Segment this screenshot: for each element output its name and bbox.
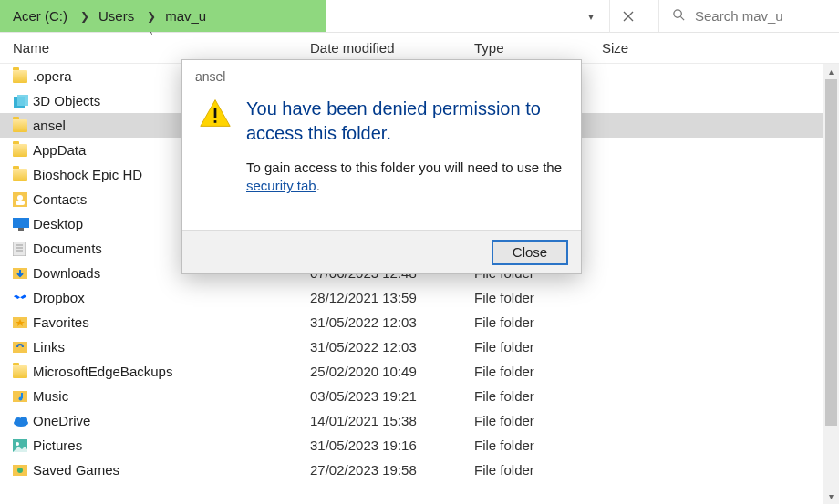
file-name: Links — [33, 339, 310, 355]
breadcrumb-segment[interactable]: mav_u — [160, 0, 215, 32]
svg-rect-28 — [214, 108, 217, 118]
file-icon — [13, 340, 33, 355]
dialog-footer: Close — [182, 230, 581, 273]
file-date: 31/05/2023 19:16 — [310, 437, 474, 453]
svg-rect-7 — [13, 218, 29, 228]
svg-rect-8 — [18, 228, 24, 231]
search-input[interactable]: Search mav_u — [658, 0, 839, 32]
search-icon — [672, 8, 686, 25]
file-icon — [13, 415, 33, 427]
file-icon — [13, 144, 33, 157]
file-icon — [13, 389, 33, 404]
file-row[interactable]: Dropbox28/12/2021 13:59File folder — [0, 285, 839, 310]
dialog-heading: You have been denied permission to acces… — [246, 97, 565, 146]
svg-rect-17 — [13, 342, 27, 353]
file-type: File folder — [474, 339, 602, 355]
column-header-date[interactable]: Date modified — [310, 40, 474, 56]
file-type: File folder — [474, 462, 602, 478]
file-icon — [13, 70, 33, 83]
svg-point-24 — [16, 442, 19, 446]
svg-point-19 — [19, 396, 23, 400]
svg-point-22 — [20, 417, 27, 424]
file-name: OneDrive — [33, 413, 310, 428]
warning-icon — [199, 97, 232, 196]
file-icon — [13, 439, 33, 452]
svg-rect-6 — [16, 201, 25, 205]
column-header-name[interactable]: Name — [13, 40, 310, 56]
vertical-scrollbar[interactable]: ▴ ▾ — [823, 64, 839, 504]
sort-indicator-icon: ˄ — [149, 31, 153, 41]
breadcrumb-segment[interactable]: Users — [93, 0, 143, 32]
file-date: 31/05/2022 12:03 — [310, 314, 474, 330]
svg-point-26 — [17, 468, 23, 473]
file-type: File folder — [474, 314, 602, 330]
chevron-right-icon: ❯ — [77, 0, 93, 32]
file-row[interactable]: Saved Games27/02/2023 19:58File folder — [0, 458, 839, 482]
file-date: 25/02/2020 10:49 — [310, 364, 474, 379]
file-icon — [13, 291, 33, 305]
file-row[interactable]: MicrosoftEdgeBackups25/02/2020 10:49File… — [0, 359, 839, 384]
column-header-size[interactable]: Size — [602, 40, 720, 56]
svg-rect-3 — [17, 95, 28, 106]
svg-rect-29 — [214, 120, 217, 123]
breadcrumb-segment[interactable]: Acer (C:) — [7, 0, 77, 32]
file-date: 14/01/2021 15:38 — [310, 413, 474, 428]
file-date: 31/05/2022 12:03 — [310, 339, 474, 355]
file-icon — [13, 119, 33, 132]
file-type: File folder — [474, 437, 602, 453]
file-name: Dropbox — [33, 290, 310, 305]
address-bar: Acer (C:) ❯ Users ❯ mav_u ▾ Search mav_u — [0, 0, 839, 33]
file-icon — [13, 365, 33, 378]
svg-rect-9 — [13, 242, 26, 256]
dialog-message: To gain access to this folder you will n… — [246, 159, 565, 196]
file-name: Music — [33, 388, 310, 404]
chevron-right-icon: ❯ — [143, 0, 160, 32]
permission-denied-dialog: ansel You have been denied permission to… — [181, 59, 582, 274]
scroll-up-button[interactable]: ▴ — [823, 64, 839, 79]
file-icon — [13, 242, 33, 256]
file-type: File folder — [474, 413, 602, 428]
svg-point-0 — [674, 9, 681, 16]
file-type: File folder — [474, 290, 602, 305]
file-date: 03/05/2023 19:21 — [310, 388, 474, 404]
file-type: File folder — [474, 388, 602, 404]
search-placeholder: Search mav_u — [695, 8, 783, 24]
file-icon — [13, 315, 33, 330]
file-name: Saved Games — [33, 462, 310, 478]
security-tab-link[interactable]: security tab — [246, 178, 316, 193]
file-date: 28/12/2021 13:59 — [310, 290, 474, 305]
breadcrumb[interactable]: Acer (C:) ❯ Users ❯ mav_u — [0, 0, 326, 32]
scroll-thumb[interactable] — [825, 79, 837, 426]
file-row[interactable]: Links31/05/2022 12:03File folder — [0, 334, 839, 359]
file-icon — [13, 266, 33, 281]
file-date: 27/02/2023 19:58 — [310, 462, 474, 478]
file-icon — [13, 192, 33, 207]
svg-rect-14 — [13, 291, 27, 305]
file-icon — [13, 169, 33, 181]
refresh-or-clear-button[interactable] — [609, 0, 646, 33]
file-icon — [13, 463, 33, 478]
file-icon — [13, 218, 33, 231]
file-row[interactable]: Favorites31/05/2022 12:03File folder — [0, 310, 839, 334]
file-type: File folder — [474, 364, 602, 379]
address-bar-right: ▾ — [326, 0, 646, 32]
file-row[interactable]: Music03/05/2023 19:21File folder — [0, 384, 839, 408]
file-name: MicrosoftEdgeBackups — [33, 364, 310, 379]
close-button[interactable]: Close — [492, 240, 568, 265]
dialog-title: ansel — [182, 60, 581, 84]
address-dropdown-button[interactable]: ▾ — [576, 0, 606, 33]
file-row[interactable]: OneDrive14/01/2021 15:38File folder — [0, 408, 839, 433]
file-name: Pictures — [33, 437, 310, 453]
scroll-down-button[interactable]: ▾ — [823, 489, 839, 504]
column-header-type[interactable]: Type — [474, 40, 602, 56]
svg-point-5 — [17, 195, 23, 201]
file-row[interactable]: Pictures31/05/2023 19:16File folder — [0, 433, 839, 458]
file-name: Favorites — [33, 314, 310, 330]
file-icon — [13, 94, 33, 108]
svg-line-1 — [680, 16, 684, 20]
